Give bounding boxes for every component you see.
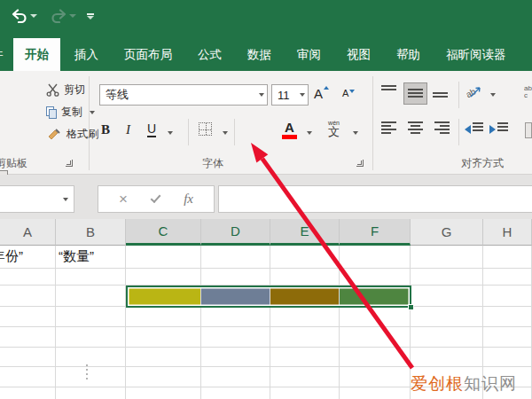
underline-dropdown-icon[interactable] [168, 131, 173, 135]
formula-input[interactable] [218, 185, 532, 213]
align-right-button[interactable] [434, 121, 450, 136]
undo-button[interactable] [11, 9, 37, 23]
font-dialog-launcher-icon[interactable] [356, 160, 364, 167]
underline-button[interactable]: U [147, 122, 156, 137]
undo-dropdown-icon[interactable] [30, 14, 37, 18]
font-size-dropdown-icon[interactable] [294, 93, 308, 97]
column-header-H[interactable]: H [483, 219, 532, 246]
name-box[interactable] [0, 185, 74, 213]
phonetic-dropdown-icon[interactable] [353, 131, 358, 135]
grid-cell-B5[interactable] [56, 327, 126, 348]
column-header-G[interactable]: G [411, 219, 483, 246]
grid-cell-H6[interactable] [483, 348, 532, 367]
enter-check-icon[interactable] [151, 192, 161, 202]
grid-cell-F5[interactable] [340, 327, 411, 348]
font-name-dropdown-icon[interactable] [254, 93, 267, 97]
grid-cell-H3[interactable] [483, 286, 532, 307]
grid-cell-D1[interactable] [201, 246, 270, 269]
format-painter-button[interactable]: 格式刷 [48, 127, 98, 142]
redo-dropdown-icon[interactable] [69, 14, 76, 18]
merge-button-partial[interactable] [525, 122, 532, 138]
tab-数据[interactable]: 数据 [236, 38, 283, 71]
grid-cell-A6[interactable] [0, 348, 56, 367]
column-header-E[interactable]: E [270, 219, 340, 246]
grid-cell-D2[interactable] [201, 269, 270, 286]
grid-cell-C1[interactable] [126, 246, 201, 269]
grid-cell-F7[interactable] [340, 367, 411, 387]
copy-dropdown-icon[interactable] [90, 111, 95, 114]
grid-cell-A2[interactable] [0, 269, 56, 286]
align-center-button[interactable] [408, 121, 423, 136]
grid-cell-D4[interactable] [201, 307, 270, 327]
font-color-dropdown-icon[interactable] [307, 131, 312, 135]
grid-cell-E1[interactable] [270, 246, 340, 269]
grid-cell-F6[interactable] [340, 348, 411, 367]
align-bottom-button[interactable] [433, 85, 448, 99]
increase-font-size-button[interactable]: A [314, 86, 323, 101]
name-box-dropdown-icon[interactable] [63, 198, 68, 201]
grid-cell-B6[interactable] [56, 348, 126, 367]
grid-cell-D5[interactable] [201, 327, 270, 348]
redo-button[interactable] [50, 9, 76, 23]
grid-cell-F2[interactable] [340, 269, 411, 286]
fill-handle[interactable] [408, 304, 414, 310]
column-header-F[interactable]: F [340, 219, 411, 246]
grid-cell-E8[interactable] [270, 387, 340, 399]
grid-cell-F8[interactable] [340, 387, 411, 399]
font-name-combo[interactable]: 等线 [99, 84, 268, 106]
cut-button[interactable]: 剪切 [46, 82, 85, 98]
grid-cell-A3[interactable] [0, 286, 56, 307]
align-left-button[interactable] [381, 121, 396, 136]
tab-审阅[interactable]: 审阅 [286, 38, 332, 71]
grid-cell-G4[interactable] [411, 307, 483, 327]
column-header-B[interactable]: B [56, 219, 126, 246]
tab-页面布局[interactable]: 页面布局 [113, 38, 184, 71]
grid-cell-B7[interactable] [56, 367, 126, 387]
insert-function-icon[interactable]: fx [184, 192, 193, 207]
grid-cell-B3[interactable] [56, 286, 126, 307]
align-top-button[interactable] [381, 85, 396, 99]
grid-cell-A7[interactable] [0, 367, 56, 387]
tab-file-partial[interactable]: 文件 [0, 38, 11, 71]
grid-cell-G1[interactable] [411, 246, 483, 269]
grid-cell-D7[interactable] [201, 367, 270, 387]
grid-cell-G3[interactable] [411, 286, 483, 307]
grid-cell-C6[interactable] [126, 348, 201, 367]
grid-cell-H1[interactable] [483, 246, 532, 269]
customize-quick-access-button[interactable] [87, 13, 94, 20]
orientation-dropdown-icon[interactable] [490, 93, 496, 97]
grid-cell-A4[interactable] [0, 307, 56, 327]
clipboard-dialog-launcher-icon[interactable] [66, 160, 73, 167]
grid-cell-B2[interactable] [56, 269, 126, 286]
column-header-C[interactable]: C [126, 219, 201, 246]
decrease-indent-button[interactable] [465, 122, 483, 137]
grid-cell-E6[interactable] [270, 348, 340, 367]
grid-cell-H5[interactable] [483, 327, 532, 348]
grid-cell-B8[interactable] [56, 387, 126, 399]
grid-cell-F1[interactable] [340, 246, 411, 269]
tab-福昕阅读器[interactable]: 福昕阅读器 [434, 38, 518, 71]
column-header-A[interactable]: A [0, 219, 56, 246]
increase-indent-button[interactable] [489, 122, 508, 137]
grid-cell-C4[interactable] [126, 307, 201, 327]
decrease-font-size-button[interactable]: A [342, 88, 348, 98]
grid-cell-F4[interactable] [340, 307, 411, 327]
grid-cell-G2[interactable] [411, 269, 483, 286]
grid-cell-D8[interactable] [201, 387, 270, 399]
grid-cell-C5[interactable] [126, 327, 201, 348]
grid-cell-B4[interactable] [56, 307, 126, 327]
copy-button[interactable]: 复制 [46, 105, 95, 120]
grid-cell-A1[interactable]: “年份” [0, 246, 56, 269]
font-color-button[interactable]: A [282, 121, 297, 139]
align-middle-button[interactable] [403, 82, 427, 105]
cancel-icon[interactable]: × [119, 191, 128, 208]
tab-视图[interactable]: 视图 [335, 38, 382, 71]
grid-cell-C2[interactable] [126, 269, 201, 286]
grid-cell-H2[interactable] [483, 269, 532, 286]
bold-button[interactable]: B [101, 122, 110, 137]
grid-cell-B1[interactable]: “数量” [56, 246, 126, 269]
borders-button[interactable] [199, 122, 212, 136]
grid-cell-E5[interactable] [270, 327, 340, 348]
tab-开始[interactable]: 开始 [13, 38, 60, 71]
phonetic-guide-button[interactable]: wén 文 [328, 120, 340, 137]
